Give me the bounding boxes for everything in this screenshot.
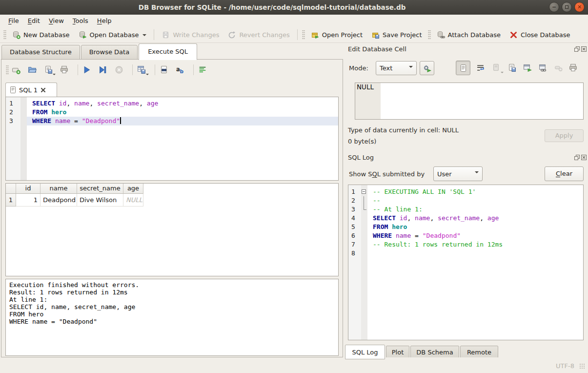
- set-null-button: [553, 62, 565, 74]
- toolbar-separator: [154, 29, 154, 40]
- open-database-button[interactable]: Open Database: [74, 29, 151, 41]
- main-toolbar: New Database Open Database Write Changes…: [0, 27, 588, 43]
- text-mode-toggle[interactable]: [456, 61, 470, 75]
- fold-marker-icon: [361, 205, 367, 214]
- save-project-icon: [371, 31, 380, 39]
- save-dropdown-caret: [53, 74, 56, 77]
- code-line[interactable]: 7-- Result: 1 rows returned in 12ms: [348, 240, 583, 249]
- tab-database-structure[interactable]: Database Structure: [1, 45, 80, 60]
- code-line[interactable]: 2FROM hero: [6, 108, 338, 117]
- encoding-indicator[interactable]: UTF-8: [556, 362, 574, 370]
- cell-name[interactable]: Deadpond: [41, 194, 77, 207]
- column-header-id[interactable]: id: [16, 184, 41, 194]
- minimize-button[interactable]: −: [549, 2, 559, 12]
- sql-log-view[interactable]: 1-- EXECUTING ALL IN 'SQL 1'2--3-- At li…: [348, 185, 584, 340]
- bottom-tab-db-schema[interactable]: DB Schema: [410, 346, 459, 358]
- log-filter-select[interactable]: User: [433, 166, 483, 181]
- maximize-button[interactable]: [562, 2, 572, 12]
- close-dock-icon[interactable]: [581, 46, 587, 52]
- toolbar-grip[interactable]: [428, 30, 431, 40]
- new-sql-tab-button[interactable]: [10, 64, 22, 76]
- print-cell-button[interactable]: [568, 62, 579, 74]
- open-sql-file-button[interactable]: [26, 64, 38, 76]
- word-wrap-icon: [476, 63, 485, 72]
- row-number-header[interactable]: [6, 184, 16, 194]
- execute-all-button[interactable]: [81, 64, 93, 76]
- cell-id[interactable]: 1: [16, 194, 41, 207]
- attach-database-icon: [437, 31, 445, 39]
- toolbar-grip[interactable]: [302, 30, 305, 40]
- cell-secret-name[interactable]: Dive Wilson: [77, 194, 123, 207]
- find-replace-button[interactable]: [158, 64, 170, 76]
- format-sql-button[interactable]: [197, 64, 208, 76]
- open-in-external-button[interactable]: [522, 62, 533, 74]
- code-line[interactable]: 4SELECT id, name, secret_name, age: [348, 214, 583, 223]
- cell-editor[interactable]: NULL: [355, 83, 584, 120]
- code-line[interactable]: 2--: [348, 196, 583, 205]
- toolbar-grip[interactable]: [3, 30, 6, 40]
- tab-browse-data[interactable]: Browse Data: [81, 45, 138, 60]
- sql-editor-tab[interactable]: SQL 1: [5, 83, 57, 97]
- execute-line-button[interactable]: [97, 64, 109, 76]
- resize-grip[interactable]: [579, 363, 585, 369]
- close-button[interactable]: ✕: [574, 2, 585, 12]
- menu-file[interactable]: File: [4, 16, 23, 25]
- new-database-button[interactable]: New Database: [8, 29, 74, 41]
- tab-execute-sql[interactable]: Execute SQL: [139, 43, 197, 60]
- menu-help[interactable]: Help: [93, 16, 116, 25]
- code-text: [367, 249, 583, 258]
- autocomplete-button[interactable]: ab: [174, 64, 186, 76]
- save-sql-file-button[interactable]: [42, 64, 54, 76]
- autocomplete-icon: ab: [176, 65, 184, 74]
- cell-age[interactable]: NULL: [123, 194, 143, 207]
- word-wrap-button[interactable]: [475, 62, 487, 74]
- save-project-button[interactable]: Save Project: [367, 29, 426, 41]
- fold-marker-icon[interactable]: [361, 187, 367, 196]
- bottom-tab-remote[interactable]: Remote: [460, 346, 498, 358]
- execution-message-box[interactable]: Execution finished without errors. Resul…: [5, 279, 339, 356]
- close-dock-icon[interactable]: [581, 155, 587, 160]
- menu-edit[interactable]: Edit: [23, 16, 44, 25]
- apply-button: Apply: [545, 129, 584, 142]
- code-text: -- Result: 1 rows returned in 12ms: [367, 240, 583, 249]
- mode-select[interactable]: Text: [376, 61, 417, 75]
- code-line[interactable]: 1SELECT id, name, secret_name, age: [6, 99, 338, 108]
- print-sql-button[interactable]: [59, 64, 70, 76]
- float-dock-icon[interactable]: [574, 155, 580, 160]
- code-text: WHERE name = "Deadpond": [27, 117, 338, 125]
- code-line[interactable]: 3-- At line 1:: [348, 205, 583, 214]
- clear-log-button[interactable]: Clear: [545, 166, 584, 181]
- save-results-button[interactable]: [136, 64, 147, 76]
- menu-tools[interactable]: Tools: [68, 16, 93, 25]
- row-number-cell[interactable]: 1: [6, 194, 16, 207]
- menu-view[interactable]: View: [44, 16, 68, 25]
- bottom-tab-sql-log[interactable]: SQL Log: [345, 345, 385, 359]
- open-project-button[interactable]: Open Project: [306, 29, 367, 41]
- open-database-dropdown-caret[interactable]: [142, 34, 146, 38]
- toolbar-separator: [78, 64, 78, 75]
- code-line[interactable]: 6WHERE name = "Deadpond": [348, 231, 583, 240]
- code-line[interactable]: 8: [348, 249, 583, 258]
- toolbar-grip[interactable]: [6, 65, 9, 75]
- close-tab-icon[interactable]: [41, 87, 46, 93]
- copy-link-button[interactable]: [537, 62, 549, 74]
- float-dock-icon[interactable]: [574, 46, 580, 52]
- bottom-tab-plot[interactable]: Plot: [386, 346, 409, 358]
- save-file-icon: [44, 65, 53, 74]
- column-header-name[interactable]: name: [41, 184, 77, 194]
- close-database-button[interactable]: Close Database: [505, 29, 575, 41]
- toolbar-separator: [132, 64, 133, 75]
- apply-mode-button[interactable]: [420, 61, 434, 75]
- code-line[interactable]: 3WHERE name = "Deadpond": [6, 117, 338, 125]
- attach-database-button[interactable]: Attach Database: [432, 29, 505, 41]
- import-dropdown-caret: [501, 72, 504, 75]
- export-cell-button[interactable]: [506, 62, 518, 74]
- sql-editor[interactable]: 1SELECT id, name, secret_name, age2FROM …: [5, 97, 339, 181]
- sql-toolbar: ab: [4, 63, 213, 76]
- line-number: 2: [348, 196, 361, 205]
- column-header-secret-name[interactable]: secret_name: [77, 184, 123, 194]
- column-header-age[interactable]: age: [123, 184, 143, 194]
- code-line[interactable]: 5FROM hero: [348, 223, 583, 231]
- line-number: 8: [348, 249, 361, 258]
- code-line[interactable]: 1-- EXECUTING ALL IN 'SQL 1': [348, 187, 583, 196]
